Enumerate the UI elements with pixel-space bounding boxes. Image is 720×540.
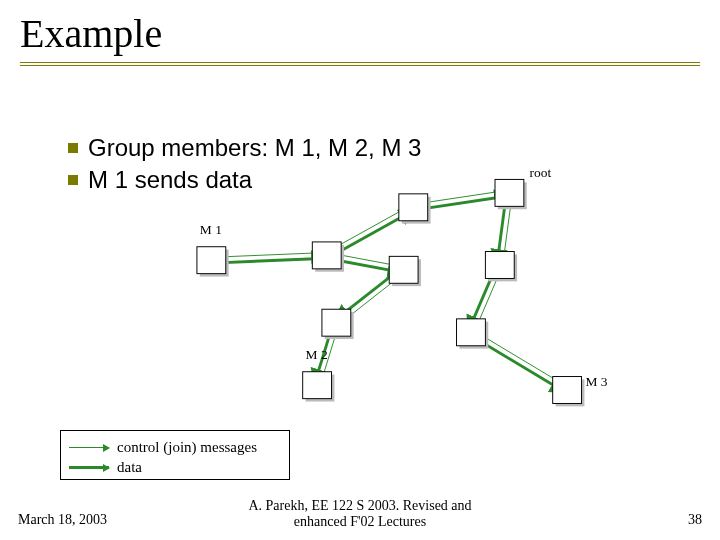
network-diagram: rootM 1M 2M 3 (120, 165, 620, 415)
legend-label: control (join) messages (117, 439, 257, 456)
arrow-thin-icon (69, 447, 109, 448)
legend-label: data (117, 459, 142, 476)
slide: { "title": "Example", "bullets": [ "Grou… (0, 0, 720, 540)
legend-row-data: data (69, 457, 281, 477)
legend: control (join) messages data (60, 430, 290, 480)
svg-rect-21 (399, 194, 428, 221)
svg-rect-35 (303, 372, 332, 399)
svg-rect-33 (457, 319, 486, 346)
svg-rect-29 (485, 252, 514, 279)
node-label-root: root (530, 165, 552, 180)
svg-rect-25 (312, 242, 341, 269)
svg-rect-23 (197, 247, 226, 274)
title-rule (20, 62, 700, 63)
title-rule (20, 65, 700, 66)
node-label-m3: M 3 (585, 374, 607, 389)
bullet-item: Group members: M 1, M 2, M 3 (88, 134, 421, 166)
svg-rect-37 (553, 377, 582, 404)
svg-rect-31 (322, 309, 351, 336)
footer-center: A. Parekh, EE 122 S 2003. Revised andenh… (0, 498, 720, 530)
slide-title: Example (20, 10, 162, 57)
node-label-m2: M 2 (306, 347, 328, 362)
page-number: 38 (688, 512, 702, 528)
legend-row-control: control (join) messages (69, 437, 281, 457)
arrow-thick-icon (69, 466, 109, 469)
svg-rect-19 (495, 179, 524, 206)
node-label-m1: M 1 (200, 222, 222, 237)
svg-line-9 (211, 258, 326, 263)
svg-rect-27 (389, 256, 418, 283)
